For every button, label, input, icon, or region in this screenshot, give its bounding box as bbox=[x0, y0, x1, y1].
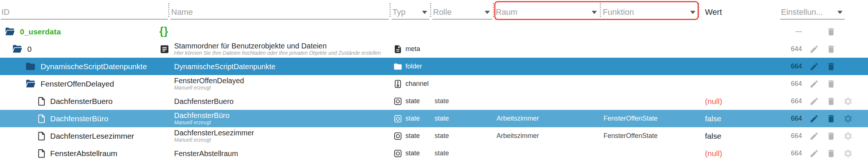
typ-cell: state bbox=[390, 145, 431, 162]
object-type: meta bbox=[405, 45, 420, 53]
rolle-cell bbox=[431, 75, 494, 92]
settings-gear-icon[interactable] bbox=[843, 131, 853, 141]
document-icon bbox=[159, 44, 170, 54]
object-value[interactable]: (null) bbox=[705, 149, 722, 158]
name-filter-input[interactable] bbox=[170, 6, 389, 20]
edit-pencil-icon[interactable] bbox=[809, 131, 819, 141]
delete-trash-icon[interactable] bbox=[826, 44, 836, 54]
object-type: state bbox=[405, 149, 420, 157]
delete-trash-icon[interactable] bbox=[826, 62, 836, 71]
delete-trash-icon[interactable] bbox=[826, 97, 836, 106]
column-divider bbox=[600, 3, 601, 17]
delete-trash-icon[interactable] bbox=[826, 79, 836, 89]
delete-trash-icon[interactable] bbox=[826, 131, 836, 141]
file-icon bbox=[37, 148, 46, 159]
delete-trash-icon[interactable] bbox=[826, 114, 836, 124]
edit-pencil-icon[interactable] bbox=[809, 114, 819, 124]
acl-rights[interactable]: --- bbox=[787, 28, 802, 36]
settings-gear-icon[interactable] bbox=[843, 114, 853, 124]
object-name: FensterAbstellraum bbox=[174, 149, 238, 158]
einstellungen-select[interactable]: Einstellun... bbox=[780, 6, 845, 20]
object-row[interactable]: 0Stammordner für Benutzerobjekte und Dat… bbox=[0, 40, 868, 58]
rolle-filter-label: Rolle bbox=[433, 7, 452, 17]
einstellungen-cell: --- bbox=[775, 23, 868, 40]
folder-icon bbox=[393, 62, 402, 71]
name-cell: FensterAbstellraum bbox=[169, 145, 390, 162]
raum-cell: Arbeitszimmer bbox=[494, 127, 601, 145]
object-row[interactable]: FensterOffenDelayedFensterOffenDelayedMa… bbox=[0, 75, 868, 92]
column-divider bbox=[698, 3, 699, 17]
object-value[interactable]: false bbox=[705, 132, 721, 141]
object-row[interactable]: FensterAbstellraumFensterAbstellraumstat… bbox=[0, 145, 868, 162]
delete-trash-icon[interactable] bbox=[826, 27, 836, 37]
wert-cell: (null) bbox=[699, 145, 775, 162]
file-icon bbox=[37, 113, 46, 124]
channel-icon bbox=[393, 79, 402, 89]
delete-trash-icon[interactable] bbox=[826, 149, 836, 158]
raum-cell bbox=[494, 92, 601, 110]
object-id: DachfensterBüro bbox=[50, 114, 108, 123]
raum-filter-label: Raum bbox=[496, 7, 518, 17]
raum-filter-select[interactable]: Raum bbox=[495, 6, 599, 20]
object-value[interactable]: (null) bbox=[705, 97, 722, 106]
typ-filter-select[interactable]: Typ bbox=[392, 6, 429, 20]
folder-open-icon[interactable] bbox=[24, 78, 37, 89]
chevron-down-icon bbox=[592, 11, 597, 14]
object-role: state bbox=[435, 149, 449, 157]
settings-gear-icon[interactable] bbox=[843, 149, 853, 158]
column-header-rolle: Rolle bbox=[431, 0, 494, 23]
acl-rights[interactable]: 664 bbox=[787, 63, 802, 70]
object-row[interactable]: DachfensterBüroDachfensterBüroManuell er… bbox=[0, 110, 868, 127]
raum-cell bbox=[494, 145, 601, 162]
object-id: FensterAbstellraum bbox=[50, 149, 117, 158]
typ-cell: meta bbox=[390, 40, 431, 58]
id-filter-input[interactable] bbox=[1, 6, 168, 20]
wert-cell: false bbox=[699, 110, 775, 127]
state-icon bbox=[393, 149, 402, 158]
column-header-wert: Wert bbox=[699, 0, 775, 23]
object-description: Manuell erzeugt bbox=[174, 137, 211, 143]
object-id: 0 bbox=[27, 45, 32, 54]
rolle-filter-select[interactable]: Rolle bbox=[432, 6, 492, 20]
object-row[interactable]: DynamischeScriptDatenpunkteDynamischeScr… bbox=[0, 58, 868, 75]
object-row[interactable]: DachfensterBueroDachfensterBuerostatesta… bbox=[0, 92, 868, 110]
object-value[interactable]: false bbox=[705, 114, 721, 123]
object-row[interactable]: DachfensterLesezimmerDachfensterLesezimm… bbox=[0, 127, 868, 145]
settings-gear-icon[interactable] bbox=[843, 97, 853, 106]
edit-pencil-icon[interactable] bbox=[809, 149, 819, 158]
edit-pencil-icon[interactable] bbox=[809, 97, 819, 106]
funktion-filter-select[interactable]: Funktion bbox=[602, 6, 698, 20]
rolle-cell: state bbox=[431, 127, 494, 145]
object-name: Stammordner für Benutzerobjekte und Date… bbox=[174, 42, 327, 50]
rolle-cell bbox=[431, 58, 494, 75]
folder-closed-icon[interactable] bbox=[24, 61, 37, 72]
folder-open-icon[interactable] bbox=[11, 44, 23, 54]
acl-rights[interactable]: 664 bbox=[787, 80, 802, 88]
name-cell: Stammordner für Benutzerobjekte und Date… bbox=[169, 40, 390, 58]
funktion-cell: FensterOffenState bbox=[601, 110, 699, 127]
name-cell: DachfensterBüroManuell erzeugt bbox=[169, 110, 390, 127]
object-id: DachfensterLesezimmer bbox=[50, 132, 134, 141]
raum-cell bbox=[494, 58, 601, 75]
acl-rights[interactable]: 664 bbox=[787, 132, 802, 140]
einstellungen-label: Einstellun... bbox=[781, 7, 823, 17]
edit-pencil-icon[interactable] bbox=[809, 62, 819, 71]
object-browser: Typ Rolle Raum Funktion Wert bbox=[0, 0, 868, 162]
chevron-down-icon bbox=[690, 11, 695, 14]
chevron-down-icon bbox=[485, 11, 490, 14]
object-row[interactable]: 0_userdata{}--- bbox=[0, 23, 868, 40]
acl-rights[interactable]: 664 bbox=[787, 115, 802, 122]
meta-icon bbox=[393, 44, 402, 54]
edit-pencil-icon[interactable] bbox=[809, 44, 819, 54]
funktion-filter-label: Funktion bbox=[603, 7, 634, 17]
acl-rights[interactable]: 664 bbox=[787, 149, 802, 157]
edit-pencil-icon[interactable] bbox=[809, 79, 819, 89]
object-type: state bbox=[405, 97, 420, 105]
typ-cell: state bbox=[390, 127, 431, 145]
acl-rights[interactable]: 644 bbox=[787, 45, 802, 53]
folder-open-icon[interactable] bbox=[4, 26, 16, 37]
einstellungen-cell: 664 bbox=[775, 145, 868, 162]
object-role: state bbox=[435, 115, 449, 122]
acl-rights[interactable]: 664 bbox=[787, 97, 802, 105]
column-header-name bbox=[169, 0, 390, 23]
